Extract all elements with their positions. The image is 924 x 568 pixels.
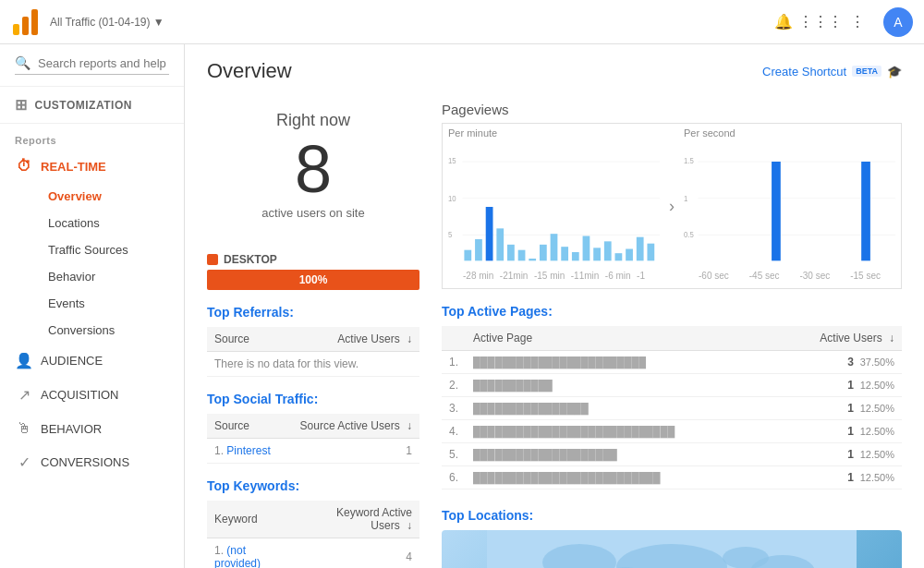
search-section: 🔍 xyxy=(0,44,184,87)
page-url[interactable]: ████████████████████████ xyxy=(466,351,791,374)
create-shortcut-button[interactable]: Create Shortcut BETA 🎓 xyxy=(762,65,902,79)
active-users-sub: active users on site xyxy=(207,206,419,220)
bell-icon[interactable]: 🔔 xyxy=(772,11,795,33)
svg-rect-16 xyxy=(540,245,547,260)
page-url[interactable]: ████████████████████ xyxy=(466,443,791,466)
pages-num-header xyxy=(442,326,466,351)
sidebar-sub-item-behavior[interactable]: Behavior xyxy=(41,263,184,290)
svg-rect-2 xyxy=(31,9,38,35)
svg-rect-24 xyxy=(626,249,633,261)
behavior-icon: 🖱 xyxy=(15,420,33,437)
search-input[interactable] xyxy=(38,56,169,70)
top-locations-section: Top Locations: xyxy=(442,508,902,568)
top-referrals-table: Source Active Users ↓ There is no data f… xyxy=(207,327,419,377)
topbar: All Traffic (01-04-19) ▼ 🔔 ⋮⋮⋮ ⋮ A xyxy=(0,0,924,44)
right-column: Pageviews Per minute 15 10 5 xyxy=(442,102,902,568)
svg-rect-25 xyxy=(637,237,644,261)
main-layout: 🔍 ⊞ CUSTOMIZATION Reports ⏱ REAL-TIME Ov… xyxy=(0,44,924,568)
table-row: 1. ████████████████████████ 3 37.50% xyxy=(442,351,902,374)
sidebar-sub-item-overview[interactable]: Overview xyxy=(41,183,184,210)
grid-icon[interactable]: ⋮⋮⋮ xyxy=(809,11,832,33)
page-url[interactable]: ███████████ xyxy=(466,374,791,397)
sort-icon-keywords: ↓ xyxy=(407,519,412,532)
device-bar-fill: 100% xyxy=(207,270,419,290)
page-users: 1 12.50% xyxy=(791,420,902,443)
x-label-sec-1: -60 sec xyxy=(699,271,729,281)
avatar[interactable]: A xyxy=(883,7,913,37)
customization-nav-item[interactable]: ⊞ CUSTOMIZATION xyxy=(0,87,184,124)
more-vert-icon[interactable]: ⋮ xyxy=(846,11,869,33)
page-users: 1 12.50% xyxy=(791,466,902,489)
svg-point-39 xyxy=(723,547,769,568)
sidebar-item-audience[interactable]: 👤 AUDIENCE xyxy=(0,344,184,378)
row-num: 4. xyxy=(442,420,466,443)
sidebar: 🔍 ⊞ CUSTOMIZATION Reports ⏱ REAL-TIME Ov… xyxy=(0,44,185,568)
svg-rect-17 xyxy=(551,234,558,260)
sidebar-sub-item-events[interactable]: Events xyxy=(41,290,184,317)
svg-rect-34 xyxy=(861,162,870,260)
audience-label: AUDIENCE xyxy=(41,354,103,368)
right-now-label: Right now xyxy=(207,111,419,130)
svg-rect-0 xyxy=(13,24,19,35)
page-url[interactable]: ████████████████████████████ xyxy=(466,420,791,443)
sidebar-item-behavior[interactable]: 🖱 BEHAVIOR xyxy=(0,412,184,445)
acquisition-label: ACQUISITION xyxy=(41,388,119,402)
active-users-count: 8 xyxy=(207,136,419,202)
social-source-link[interactable]: Pinterest xyxy=(226,444,270,457)
x-label-2: -21min xyxy=(500,271,529,281)
two-column-layout: Right now 8 active users on site DESKTOP… xyxy=(207,102,902,568)
device-label: DESKTOP xyxy=(207,253,419,266)
sidebar-item-conversions[interactable]: ✓ CONVERSIONS xyxy=(0,445,184,479)
table-row: 5. ████████████████████ 1 12.50% xyxy=(442,443,902,466)
page-title: Overview xyxy=(207,59,292,83)
search-icon: 🔍 xyxy=(15,55,30,70)
shortcut-icon: 🎓 xyxy=(887,65,902,79)
pageviews-title: Pageviews xyxy=(442,102,902,117)
create-shortcut-label: Create Shortcut xyxy=(762,65,846,79)
device-bar: 100% xyxy=(207,270,419,290)
acquisition-icon: ↗ xyxy=(15,386,33,404)
sidebar-sub-item-traffic-sources[interactable]: Traffic Sources xyxy=(41,236,184,263)
realtime-sub-menu: Overview Locations Traffic Sources Behav… xyxy=(0,183,184,344)
top-keywords-table: Keyword Keyword Active Users ↓ 1. (not p… xyxy=(207,501,419,568)
chart-per-second: Per second 1.5 1 0.5 xyxy=(678,124,901,288)
top-locations-title: Top Locations: xyxy=(442,508,902,523)
x-label-sec-3: -30 sec xyxy=(799,271,830,281)
svg-rect-20 xyxy=(583,236,590,261)
svg-rect-9 xyxy=(464,250,471,261)
keywords-users-header: Keyword Active Users ↓ xyxy=(297,501,419,538)
beta-badge: BETA xyxy=(852,66,881,77)
ga-logo xyxy=(11,7,41,37)
table-row: 1. Pinterest1 xyxy=(207,439,419,464)
page-url[interactable]: ██████████████████████████ xyxy=(466,466,791,489)
referrals-users-header: Active Users ↓ xyxy=(283,327,419,352)
svg-rect-21 xyxy=(593,248,601,260)
main-content: Overview Create Shortcut BETA 🎓 Right no… xyxy=(185,44,924,568)
top-social-table: Source Source Active Users ↓ 1. Pinteres… xyxy=(207,414,419,464)
svg-rect-1 xyxy=(22,17,29,35)
sidebar-item-acquisition[interactable]: ↗ ACQUISITION xyxy=(0,378,184,412)
left-column: Right now 8 active users on site DESKTOP… xyxy=(207,102,419,568)
sidebar-item-realtime[interactable]: ⏱ REAL-TIME xyxy=(0,150,184,183)
per-second-label: Per second xyxy=(678,124,901,142)
device-type-label: DESKTOP xyxy=(224,253,277,266)
per-minute-label: Per minute xyxy=(443,124,665,142)
svg-rect-10 xyxy=(475,239,482,260)
pages-page-header: Active Page xyxy=(466,326,791,351)
table-row: 6. ██████████████████████████ 1 12.50% xyxy=(442,466,902,489)
x-label-1: -28 min xyxy=(463,271,493,281)
sidebar-sub-item-conversions[interactable]: Conversions xyxy=(41,317,184,344)
svg-rect-22 xyxy=(604,241,612,260)
row-num: 5. xyxy=(442,443,466,466)
map-svg xyxy=(442,530,902,568)
x-label-sec-4: -15 sec xyxy=(850,271,881,281)
page-url[interactable]: ████████████████ xyxy=(466,397,791,420)
page-users: 3 37.50% xyxy=(791,351,902,374)
device-dot xyxy=(207,254,218,265)
reports-label: Reports xyxy=(0,124,184,150)
table-row: There is no data for this view. xyxy=(207,352,419,377)
sidebar-sub-item-locations[interactable]: Locations xyxy=(41,210,184,236)
svg-rect-12 xyxy=(496,228,504,260)
property-selector[interactable]: All Traffic (01-04-19) ▼ xyxy=(50,16,763,29)
device-section: DESKTOP 100% xyxy=(207,253,419,290)
